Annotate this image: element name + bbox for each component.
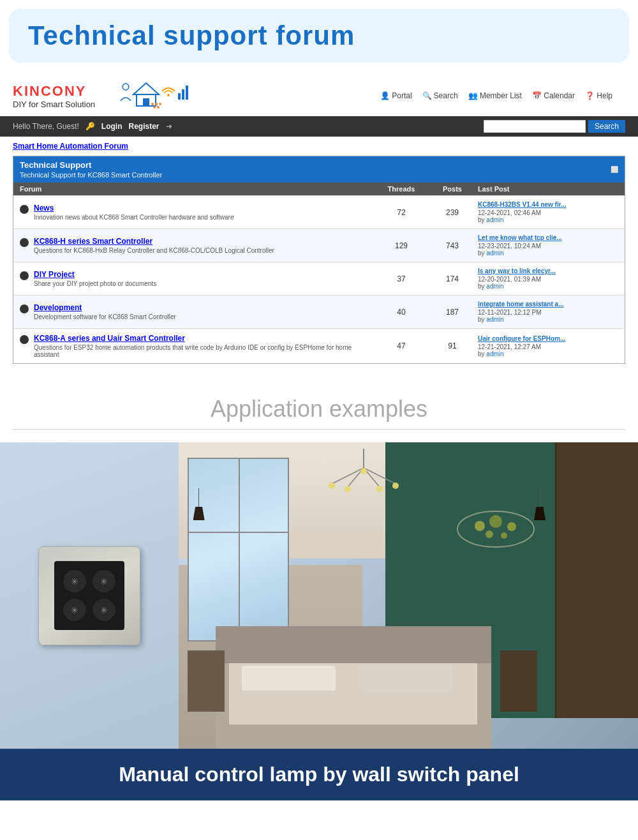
nav-search[interactable]: 🔍 Search	[422, 91, 458, 100]
forum-row-info: KC868-A series and Uair Smart Controller…	[20, 334, 376, 358]
forum-row-title-link[interactable]: DIY Project	[34, 270, 75, 279]
forum-row: KC868-A series and Uair Smart Controller…	[13, 328, 625, 363]
forum-last-post: integrate home assistant a... 12-11-2021…	[478, 301, 618, 323]
bottom-banner: Manual control lamp by wall switch panel	[0, 749, 638, 800]
window	[188, 458, 288, 641]
forum-threads-count: 72	[376, 208, 427, 217]
forum-last-date: 12-20-2021, 01:39 AM	[478, 276, 541, 283]
svg-point-19	[345, 486, 351, 492]
svg-rect-2	[143, 98, 149, 106]
nightstand-left	[188, 650, 225, 712]
forum-last-link[interactable]: KC868-H32BS V1.44 new fir...	[478, 201, 618, 208]
forum-status-dot	[20, 304, 29, 313]
pillow-right	[358, 666, 452, 690]
forum-posts-count: 239	[427, 208, 478, 217]
register-link[interactable]: Register	[128, 122, 159, 131]
logo-nav: KINCONY DIY for Smart Solution	[0, 69, 638, 116]
forum-status-dot	[20, 271, 29, 280]
forum-row-desc: Development software for KC868 Smart Con…	[34, 313, 176, 320]
svg-point-24	[475, 521, 485, 531]
nav-help[interactable]: ❓ Help	[585, 91, 612, 100]
svg-point-7	[122, 84, 129, 90]
forum-row-info: Development Development software for KC8…	[20, 303, 376, 320]
switch-button-4: ✳	[93, 599, 115, 621]
forum-section-subtitle: Technical Support for KC868 Smart Contro…	[20, 171, 162, 179]
svg-rect-4	[178, 93, 181, 100]
forum-row-info: KC868-H series Smart Controller Question…	[20, 237, 376, 254]
banner: Technical support forum	[9, 9, 629, 63]
nav-portal[interactable]: 👤 Portal	[380, 91, 412, 100]
app-examples-section: Application examples	[0, 383, 638, 442]
forum-row-title-link[interactable]: KC868-H series Smart Controller	[34, 237, 152, 246]
bottom-banner-text: Manual control lamp by wall switch panel	[119, 763, 519, 786]
forum-last-link[interactable]: integrate home assistant a...	[478, 301, 618, 308]
forum-last-post: KC868-H32BS V1.44 new fir... 12-24-2021,…	[478, 201, 618, 223]
bedroom-area	[179, 442, 638, 749]
chandelier	[325, 449, 402, 506]
wall-art	[454, 504, 537, 555]
forum-last-link[interactable]: Uair configure for ESPHom...	[478, 335, 618, 342]
forum-header: Technical Support Technical Support for …	[13, 156, 625, 183]
pendant-lamp-left	[193, 488, 205, 520]
window-divider-v	[239, 459, 240, 640]
forum-last-link[interactable]: Is any way to link elecyr...	[478, 267, 618, 274]
forum-last-post: Uair configure for ESPHom... 12-21-2021,…	[478, 335, 618, 357]
forum-posts-count: 743	[427, 241, 478, 250]
nav-calendar[interactable]: 📅 Calendar	[532, 91, 575, 100]
svg-point-9	[155, 103, 158, 105]
nav-memberlist[interactable]: 👥 Member List	[468, 91, 522, 100]
forum-last-link[interactable]: Let me know what tcp clie...	[478, 234, 618, 241]
forum-row-title-link[interactable]: Development	[34, 303, 82, 312]
forum-last-by: admin	[486, 250, 503, 257]
svg-point-25	[489, 515, 502, 528]
forum-row-desc: Innovation news about KC868 Smart Contro…	[34, 214, 234, 221]
switch-button-2: ✳	[93, 570, 115, 592]
bed-mattress	[229, 663, 477, 724]
svg-point-8	[151, 103, 154, 105]
forum-last-date: 12-24-2021, 02:46 AM	[478, 209, 541, 216]
forum-row-title-link[interactable]: KC868-A series and Uair Smart Controller	[34, 334, 185, 343]
col-lastpost: Last Post	[478, 185, 618, 193]
forum-row-title-link[interactable]: News	[34, 204, 54, 213]
forum-section-title: Technical Support	[20, 160, 162, 170]
bed-headboard	[216, 626, 491, 663]
forum-last-by: admin	[486, 350, 503, 357]
forum-posts-count: 174	[427, 274, 478, 283]
wood-panel-right	[555, 442, 638, 718]
forum-last-post: Is any way to link elecyr... 12-20-2021,…	[478, 267, 618, 290]
svg-point-18	[329, 483, 335, 489]
logo-tagline: DIY for Smart Solution	[13, 100, 95, 109]
search-button[interactable]: Search	[588, 120, 625, 133]
forum-threads-count: 129	[376, 241, 427, 250]
svg-point-28	[501, 532, 507, 539]
svg-point-22	[392, 483, 399, 489]
forum-row-desc: Questions for ESP32 home automation prod…	[34, 344, 376, 358]
svg-point-11	[153, 106, 156, 109]
forum-posts-count: 91	[427, 341, 478, 350]
forum-last-by: admin	[486, 283, 503, 290]
login-link[interactable]: Login	[101, 122, 122, 131]
greeting: Hello There, Guest!	[13, 122, 79, 131]
forum-row-info: News Innovation news about KC868 Smart C…	[20, 204, 376, 221]
svg-line-14	[332, 468, 364, 484]
arrow-icon: ➜	[166, 122, 172, 131]
forum-last-by: admin	[486, 316, 503, 323]
breadcrumb-link[interactable]: Smart Home Automation Forum	[13, 142, 128, 151]
forum-threads-count: 37	[376, 274, 427, 283]
bed	[216, 626, 491, 749]
svg-point-20	[360, 468, 367, 474]
switch-inner: ✳ ✳ ✳ ✳	[54, 561, 124, 630]
forum-status-dot	[20, 205, 29, 214]
svg-rect-6	[186, 86, 188, 100]
svg-point-21	[376, 486, 383, 492]
app-image-area: ✳ ✳ ✳ ✳	[0, 442, 638, 749]
dark-nav: Hello There, Guest! 🔑 Login Register ➜ S…	[0, 116, 638, 137]
forum-last-date: 12-23-2021, 10:24 AM	[478, 243, 541, 250]
switch-button-3: ✳	[63, 599, 86, 621]
forum-status-dot	[20, 238, 29, 247]
col-posts: Posts	[427, 185, 478, 193]
breadcrumb: Smart Home Automation Forum	[0, 137, 638, 156]
svg-point-26	[507, 522, 516, 531]
logo-section: KINCONY DIY for Smart Solution	[13, 83, 95, 109]
search-input[interactable]	[484, 120, 586, 133]
